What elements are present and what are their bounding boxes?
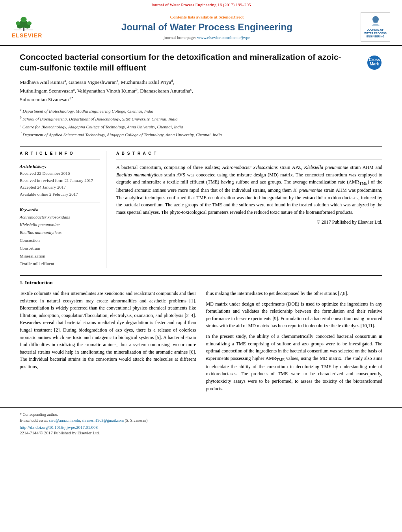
- sciencedirect-link[interactable]: ScienceDirect: [218, 15, 244, 19]
- elsevier-logo: ELSEVIER: [12, 15, 51, 39]
- journal-logo-right: JOURNAL OFWATER PROCESSENGINEERING: [355, 12, 390, 42]
- copyright-line: © 2017 Published by Elsevier Ltd.: [116, 219, 382, 226]
- info-hr-2: [20, 202, 100, 202]
- body-content: 1. Introduction Textile colorants and th…: [20, 275, 382, 395]
- journal-logo-text: JOURNAL OFWATER PROCESSENGINEERING: [364, 28, 387, 38]
- article-info-col: A R T I C L E I N F O Article history: R…: [20, 151, 106, 268]
- intro-number: 1.: [20, 280, 24, 285]
- email-person: (S. Sivanesan).: [125, 418, 149, 423]
- intro-two-col: Textile colorants and their intermediate…: [20, 290, 382, 395]
- keyword-5: Consortium: [20, 245, 100, 252]
- info-hr-1: [20, 159, 100, 160]
- corresponding-note: * Corresponding author. E-mail addresses…: [20, 412, 382, 423]
- title-divider: [20, 146, 382, 147]
- elsevier-tree-icon: [12, 16, 35, 32]
- keyword-7: Textile mill effluent: [20, 260, 100, 268]
- article-title: Concocted bacterial consortium for the d…: [20, 52, 361, 73]
- journal-logo-icon: [370, 15, 382, 27]
- keywords-label: Keywords:: [20, 207, 100, 212]
- journal-logo-box: JOURNAL OFWATER PROCESSENGINEERING: [361, 12, 390, 42]
- author-1: Madhava Anil Kumara, Ganesan Vigneshwara…: [20, 79, 174, 85]
- article-content: Concocted bacterial consortium for the d…: [0, 46, 402, 403]
- svg-point-5: [27, 21, 32, 25]
- svg-text:Mark: Mark: [370, 62, 379, 66]
- keyword-4: Concoction: [20, 237, 100, 245]
- issn-line: 2214-7144/© 2017 Published by Elsevier L…: [20, 430, 382, 435]
- intro-title: Introduction: [25, 280, 53, 285]
- homepage-line: journal homepage: www.elsevier.com/locat…: [59, 35, 355, 40]
- doi-line[interactable]: http://dx.doi.org/10.1016/j.jwpe.2017.01…: [20, 425, 382, 430]
- article-title-text: Concocted bacterial consortium for the d…: [20, 52, 361, 143]
- abstract-text: A bacterial consortium, comprising of th…: [116, 164, 382, 226]
- affiliation-c: c Centre for Biotechnology, Alagappa Col…: [20, 123, 361, 130]
- crossmark-badge[interactable]: Cross Mark: [367, 55, 382, 72]
- author-2: Muthulingam Seenuvasana, Vaidyanathan Vi…: [20, 88, 193, 94]
- intro-para-right-2: MD matrix under design of experiments (D…: [206, 300, 383, 330]
- journal-title-area: Contents lists available at ScienceDirec…: [59, 15, 355, 40]
- journal-title: Journal of Water Process Engineering: [59, 22, 355, 33]
- affiliations: a Department of Biotechnology, Madha Eng…: [20, 107, 361, 138]
- affiliation-b: b School of Bioengineering, Department o…: [20, 115, 361, 122]
- affiliation-a: a Department of Biotechnology, Madha Eng…: [20, 107, 361, 114]
- svg-point-4: [16, 21, 20, 25]
- available-date: Available online 2 February 2017: [20, 191, 100, 198]
- corresponding-star: * Corresponding author.: [20, 412, 58, 417]
- history-label: Article history:: [20, 164, 100, 169]
- page: Journal of Water Process Engineering 16 …: [0, 0, 402, 532]
- email-2[interactable]: sivanesh1963@gmail.com: [82, 418, 124, 423]
- received-date: Received 22 December 2016: [20, 170, 100, 177]
- crossmark-icon: Cross Mark: [367, 55, 382, 70]
- author-3: Subramanian Sivanesand,*: [20, 96, 73, 102]
- abstract-col: A B S T R A C T A bacterial consortium, …: [116, 151, 382, 268]
- intro-right-col: thus making the intermediates to get dec…: [206, 290, 383, 395]
- svg-point-6: [20, 17, 26, 22]
- homepage-url[interactable]: www.elsevier.com/locate/jwpe: [197, 35, 250, 40]
- intro-left-col: Textile colorants and their intermediate…: [20, 290, 196, 395]
- article-info-heading: A R T I C L E I N F O: [20, 151, 100, 156]
- revised-date: Received in revised form 21 January 2017: [20, 177, 100, 184]
- intro-para-left: Textile colorants and their intermediate…: [20, 290, 196, 371]
- footer: * Corresponding author. E-mail addresses…: [0, 407, 402, 441]
- keyword-6: Mineralization: [20, 252, 100, 260]
- journal-citation-bar: Journal of Water Process Engineering 16 …: [0, 0, 402, 8]
- keyword-3: Bacillus mannanilyticus: [20, 229, 100, 237]
- abstract-hr: [116, 159, 382, 160]
- body-divider: [20, 275, 382, 276]
- keyword-2: Klebsiella pneumoniae: [20, 221, 100, 229]
- elsevier-logo-area: ELSEVIER: [12, 15, 59, 39]
- intro-para-right-1: thus making the intermediates to get dec…: [206, 290, 383, 297]
- intro-para-right-3: In the present study, the ability of a c…: [206, 333, 383, 392]
- svg-point-8: [372, 16, 379, 22]
- email-label: E-mail addresses:: [20, 418, 49, 423]
- sciencedirect-line: Contents lists available at ScienceDirec…: [59, 15, 355, 19]
- accepted-date: Accepted 24 January 2017: [20, 184, 100, 191]
- abstract-heading: A B S T R A C T: [116, 151, 382, 156]
- affiliation-d: d Department of Applied Science and Tech…: [20, 131, 361, 138]
- svg-text:Cross: Cross: [369, 57, 380, 62]
- email-1[interactable]: siva@annauniv.edu: [49, 418, 80, 423]
- keyword-1: Achromobacter xylosoxidans: [20, 213, 100, 221]
- journal-citation: Journal of Water Process Engineering 16 …: [151, 2, 251, 7]
- authors-line: Madhava Anil Kumara, Ganesan Vigneshwara…: [20, 78, 361, 104]
- article-title-section: Concocted bacterial consortium for the d…: [20, 52, 382, 143]
- elsevier-wordmark: ELSEVIER: [12, 32, 42, 39]
- intro-heading: 1. Introduction: [20, 280, 382, 286]
- journal-header: ELSEVIER Contents lists available at Sci…: [0, 8, 402, 46]
- info-abstract-section: A R T I C L E I N F O Article history: R…: [20, 151, 382, 268]
